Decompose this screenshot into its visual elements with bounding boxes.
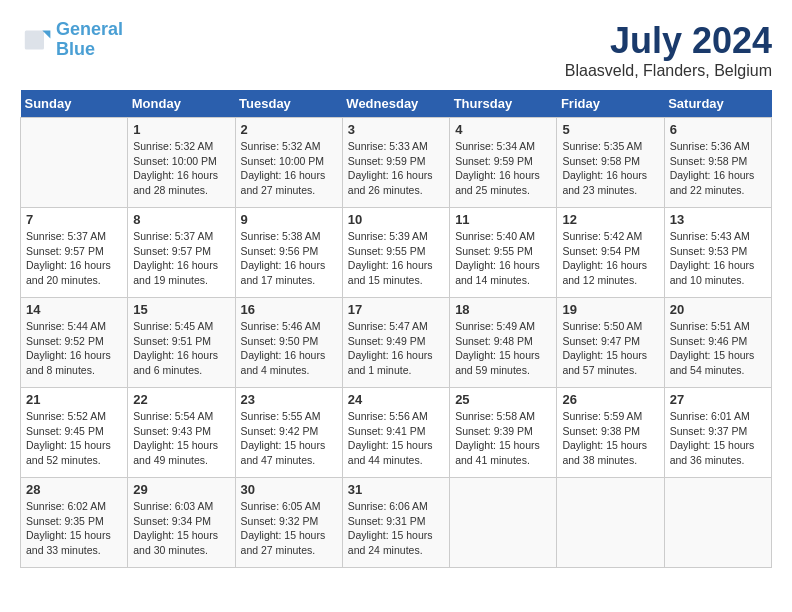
day-number: 8 [133,212,229,227]
calendar-week-1: 1Sunrise: 5:32 AM Sunset: 10:00 PM Dayli… [21,118,772,208]
day-number: 18 [455,302,551,317]
day-info: Sunrise: 5:34 AM Sunset: 9:59 PM Dayligh… [455,139,551,198]
svg-rect-1 [25,30,44,49]
day-number: 4 [455,122,551,137]
day-number: 25 [455,392,551,407]
day-number: 3 [348,122,444,137]
calendar-cell: 4Sunrise: 5:34 AM Sunset: 9:59 PM Daylig… [450,118,557,208]
day-info: Sunrise: 5:58 AM Sunset: 9:39 PM Dayligh… [455,409,551,468]
logo: General Blue [20,20,123,60]
day-number: 10 [348,212,444,227]
column-header-friday: Friday [557,90,664,118]
day-number: 14 [26,302,122,317]
logo-blue: Blue [56,39,95,59]
day-number: 16 [241,302,337,317]
calendar-cell: 10Sunrise: 5:39 AM Sunset: 9:55 PM Dayli… [342,208,449,298]
day-info: Sunrise: 5:37 AM Sunset: 9:57 PM Dayligh… [26,229,122,288]
calendar-cell: 19Sunrise: 5:50 AM Sunset: 9:47 PM Dayli… [557,298,664,388]
day-info: Sunrise: 5:51 AM Sunset: 9:46 PM Dayligh… [670,319,766,378]
calendar-cell [450,478,557,568]
calendar-cell: 14Sunrise: 5:44 AM Sunset: 9:52 PM Dayli… [21,298,128,388]
calendar-header-row: SundayMondayTuesdayWednesdayThursdayFrid… [21,90,772,118]
day-info: Sunrise: 5:39 AM Sunset: 9:55 PM Dayligh… [348,229,444,288]
day-info: Sunrise: 6:01 AM Sunset: 9:37 PM Dayligh… [670,409,766,468]
calendar-cell [21,118,128,208]
day-info: Sunrise: 5:38 AM Sunset: 9:56 PM Dayligh… [241,229,337,288]
day-info: Sunrise: 5:56 AM Sunset: 9:41 PM Dayligh… [348,409,444,468]
day-info: Sunrise: 5:35 AM Sunset: 9:58 PM Dayligh… [562,139,658,198]
calendar-cell: 31Sunrise: 6:06 AM Sunset: 9:31 PM Dayli… [342,478,449,568]
calendar-cell: 29Sunrise: 6:03 AM Sunset: 9:34 PM Dayli… [128,478,235,568]
day-number: 11 [455,212,551,227]
day-number: 21 [26,392,122,407]
calendar-cell: 5Sunrise: 5:35 AM Sunset: 9:58 PM Daylig… [557,118,664,208]
column-header-thursday: Thursday [450,90,557,118]
day-number: 23 [241,392,337,407]
calendar-cell: 2Sunrise: 5:32 AM Sunset: 10:00 PM Dayli… [235,118,342,208]
calendar-cell: 17Sunrise: 5:47 AM Sunset: 9:49 PM Dayli… [342,298,449,388]
day-number: 31 [348,482,444,497]
day-info: Sunrise: 5:50 AM Sunset: 9:47 PM Dayligh… [562,319,658,378]
calendar-week-5: 28Sunrise: 6:02 AM Sunset: 9:35 PM Dayli… [21,478,772,568]
day-info: Sunrise: 5:40 AM Sunset: 9:55 PM Dayligh… [455,229,551,288]
logo-general: General [56,19,123,39]
calendar-cell: 16Sunrise: 5:46 AM Sunset: 9:50 PM Dayli… [235,298,342,388]
day-info: Sunrise: 6:05 AM Sunset: 9:32 PM Dayligh… [241,499,337,558]
column-header-wednesday: Wednesday [342,90,449,118]
calendar-cell: 26Sunrise: 5:59 AM Sunset: 9:38 PM Dayli… [557,388,664,478]
day-info: Sunrise: 5:32 AM Sunset: 10:00 PM Daylig… [241,139,337,198]
calendar-cell: 13Sunrise: 5:43 AM Sunset: 9:53 PM Dayli… [664,208,771,298]
day-info: Sunrise: 5:36 AM Sunset: 9:58 PM Dayligh… [670,139,766,198]
calendar-cell: 1Sunrise: 5:32 AM Sunset: 10:00 PM Dayli… [128,118,235,208]
day-info: Sunrise: 5:59 AM Sunset: 9:38 PM Dayligh… [562,409,658,468]
calendar-week-4: 21Sunrise: 5:52 AM Sunset: 9:45 PM Dayli… [21,388,772,478]
column-header-sunday: Sunday [21,90,128,118]
calendar-cell: 8Sunrise: 5:37 AM Sunset: 9:57 PM Daylig… [128,208,235,298]
day-info: Sunrise: 5:44 AM Sunset: 9:52 PM Dayligh… [26,319,122,378]
day-number: 7 [26,212,122,227]
location: Blaasveld, Flanders, Belgium [565,62,772,80]
day-number: 9 [241,212,337,227]
calendar-cell: 24Sunrise: 5:56 AM Sunset: 9:41 PM Dayli… [342,388,449,478]
calendar-cell: 30Sunrise: 6:05 AM Sunset: 9:32 PM Dayli… [235,478,342,568]
day-number: 5 [562,122,658,137]
day-number: 28 [26,482,122,497]
day-number: 15 [133,302,229,317]
day-number: 24 [348,392,444,407]
calendar-cell: 20Sunrise: 5:51 AM Sunset: 9:46 PM Dayli… [664,298,771,388]
day-info: Sunrise: 5:32 AM Sunset: 10:00 PM Daylig… [133,139,229,198]
calendar-cell: 3Sunrise: 5:33 AM Sunset: 9:59 PM Daylig… [342,118,449,208]
month-year: July 2024 [565,20,772,62]
day-info: Sunrise: 6:02 AM Sunset: 9:35 PM Dayligh… [26,499,122,558]
day-info: Sunrise: 5:33 AM Sunset: 9:59 PM Dayligh… [348,139,444,198]
day-info: Sunrise: 5:54 AM Sunset: 9:43 PM Dayligh… [133,409,229,468]
calendar-cell: 6Sunrise: 5:36 AM Sunset: 9:58 PM Daylig… [664,118,771,208]
day-number: 30 [241,482,337,497]
calendar-cell: 27Sunrise: 6:01 AM Sunset: 9:37 PM Dayli… [664,388,771,478]
calendar-cell: 28Sunrise: 6:02 AM Sunset: 9:35 PM Dayli… [21,478,128,568]
column-header-tuesday: Tuesday [235,90,342,118]
day-info: Sunrise: 6:03 AM Sunset: 9:34 PM Dayligh… [133,499,229,558]
day-number: 1 [133,122,229,137]
day-number: 2 [241,122,337,137]
day-number: 6 [670,122,766,137]
calendar-cell: 9Sunrise: 5:38 AM Sunset: 9:56 PM Daylig… [235,208,342,298]
calendar-cell: 23Sunrise: 5:55 AM Sunset: 9:42 PM Dayli… [235,388,342,478]
day-info: Sunrise: 5:47 AM Sunset: 9:49 PM Dayligh… [348,319,444,378]
day-number: 27 [670,392,766,407]
calendar-table: SundayMondayTuesdayWednesdayThursdayFrid… [20,90,772,568]
day-info: Sunrise: 5:49 AM Sunset: 9:48 PM Dayligh… [455,319,551,378]
day-info: Sunrise: 5:52 AM Sunset: 9:45 PM Dayligh… [26,409,122,468]
calendar-cell: 11Sunrise: 5:40 AM Sunset: 9:55 PM Dayli… [450,208,557,298]
day-info: Sunrise: 6:06 AM Sunset: 9:31 PM Dayligh… [348,499,444,558]
calendar-cell: 22Sunrise: 5:54 AM Sunset: 9:43 PM Dayli… [128,388,235,478]
day-number: 29 [133,482,229,497]
logo-icon [20,24,52,56]
calendar-cell: 25Sunrise: 5:58 AM Sunset: 9:39 PM Dayli… [450,388,557,478]
day-info: Sunrise: 5:55 AM Sunset: 9:42 PM Dayligh… [241,409,337,468]
day-info: Sunrise: 5:37 AM Sunset: 9:57 PM Dayligh… [133,229,229,288]
column-header-saturday: Saturday [664,90,771,118]
calendar-week-2: 7Sunrise: 5:37 AM Sunset: 9:57 PM Daylig… [21,208,772,298]
day-number: 20 [670,302,766,317]
column-header-monday: Monday [128,90,235,118]
